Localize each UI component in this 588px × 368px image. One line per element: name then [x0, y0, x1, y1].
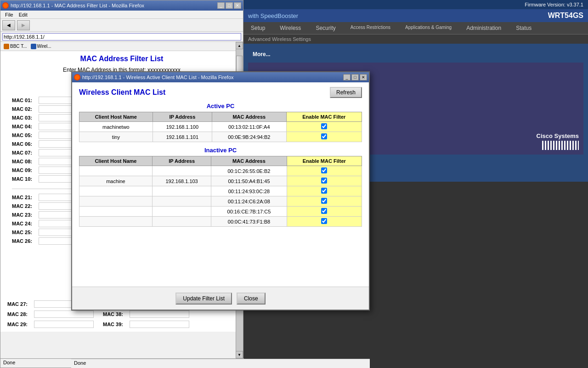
active-ip-1: 192.168.1.100 — [153, 122, 212, 132]
nav-setup[interactable]: Setup — [243, 22, 272, 34]
more-link[interactable]: More... — [253, 51, 271, 58]
router-firmware: Firmware Version: v3.37.1 — [243, 0, 588, 9]
forward-btn[interactable]: ▶ — [17, 20, 30, 30]
inactive-check-3[interactable] — [321, 188, 327, 194]
nav-apps[interactable]: Applications & Gaming — [398, 22, 459, 34]
inactive-checkbox-4[interactable] — [287, 196, 362, 207]
mac10-label: MAC 10: — [12, 176, 35, 182]
inactive-ip-4 — [152, 196, 211, 207]
inactive-section-header: Inactive PC — [79, 147, 362, 154]
inactive-checkbox-6[interactable] — [287, 217, 362, 227]
bbc-icon — [4, 44, 9, 49]
popup-window-controls[interactable]: _ □ ✕ — [343, 74, 367, 80]
popup-footer: Update Filter List Close — [72, 287, 369, 310]
active-table-body: machinetwo 192.168.1.100 00:13:02:11:0F:… — [79, 122, 362, 142]
col-mac: MAC Address — [212, 112, 286, 122]
popup-window: http://192.168.1.1 - Wireless Active Cli… — [71, 71, 370, 310]
inactive-check-6[interactable] — [321, 218, 327, 224]
inactive-col-mac: MAC Address — [211, 156, 287, 166]
cisco-name: Cisco Systems — [537, 132, 579, 139]
close-btn[interactable]: ✕ — [234, 2, 241, 9]
mac28-input[interactable] — [34, 310, 94, 318]
inactive-table-body: 00:1C:26:55:0E:B2 machine 192.168.1.103 … — [79, 166, 362, 227]
popup-done-text: Done — [74, 360, 86, 366]
popup-main-title: Wireless Client MAC List — [79, 88, 165, 97]
active-row-1: machinetwo 192.168.1.100 00:13:02:11:0F:… — [79, 122, 362, 132]
inactive-mac-4: 00:11:24:C6:2A:08 — [211, 196, 287, 207]
mac-row-28: MAC 28: — [7, 310, 94, 318]
nav-security[interactable]: Security — [308, 22, 343, 34]
nav-access[interactable]: Access Restrictions — [343, 22, 398, 34]
address-input[interactable] — [2, 33, 241, 40]
nav-wireless[interactable]: Wireless — [272, 22, 308, 34]
active-check-2[interactable] — [321, 133, 327, 139]
mac29-label: MAC 29: — [7, 322, 30, 327]
bg-window-controls[interactable]: _ □ ✕ — [217, 2, 241, 9]
mac25-label: MAC 25: — [12, 230, 35, 235]
inactive-hostname-2: machine — [79, 176, 153, 186]
inactive-row-2: machine 192.168.1.103 00:11:50:A4:B1:45 — [79, 176, 362, 186]
active-section-header: Active PC — [79, 103, 362, 109]
bookmark-bbc[interactable]: BBC T... — [2, 44, 28, 49]
inactive-check-1[interactable] — [321, 167, 327, 173]
inactive-check-5[interactable] — [321, 208, 327, 214]
menu-file[interactable]: File — [2, 12, 16, 17]
inactive-row-6: 00:0C:41:73:F1:B8 — [79, 217, 362, 227]
active-checkbox-1[interactable] — [286, 122, 362, 132]
popup-close-btn[interactable]: ✕ — [360, 74, 367, 80]
bookmarks-bar: BBC T... Wirel... — [0, 42, 243, 51]
col-ip: IP Address — [153, 112, 212, 122]
bg-menubar: File Edit — [0, 11, 243, 19]
mac09-label: MAC 09: — [12, 167, 35, 173]
inactive-mac-6: 00:0C:41:73:F1:B8 — [211, 217, 287, 227]
active-checkbox-2[interactable] — [286, 132, 362, 142]
mac05-label: MAC 05: — [12, 132, 35, 138]
scroll-down-btn[interactable]: ▼ — [236, 351, 243, 358]
maximize-btn[interactable]: □ — [226, 2, 233, 9]
col-filter: Enable MAC Filter — [286, 112, 362, 122]
bg-done-text: Done — [3, 360, 15, 365]
active-mac-2: 00:0E:9B:24:94:B2 — [212, 132, 286, 142]
nav-admin[interactable]: Administration — [459, 22, 509, 34]
refresh-button[interactable]: Refresh — [330, 87, 362, 98]
active-check-1[interactable] — [321, 123, 327, 129]
popup-content: Wireless Client MAC List Refresh Active … — [72, 82, 369, 288]
menu-edit[interactable]: Edit — [16, 12, 30, 17]
inactive-checkbox-1[interactable] — [287, 166, 362, 176]
bg-window-title: http://192.168.1.1 - MAC Address Filter … — [11, 3, 144, 8]
mac24-label: MAC 24: — [12, 221, 35, 226]
mac23-label: MAC 23: — [12, 212, 35, 218]
bookmark-wireless[interactable]: Wirel... — [29, 44, 53, 49]
mac-row-38: MAC 38: — [103, 310, 189, 318]
inactive-row-1: 00:1C:26:55:0E:B2 — [79, 166, 362, 176]
nav-status[interactable]: Status — [509, 22, 539, 34]
router-model: WRT54GS — [548, 12, 583, 20]
mac-pair-row-28-38: MAC 28: MAC 38: — [7, 310, 236, 319]
scroll-up-btn[interactable]: ▲ — [236, 42, 243, 49]
inactive-ip-2: 192.168.1.103 — [152, 176, 211, 186]
back-btn[interactable]: ◀ — [2, 20, 15, 30]
cisco-area: Cisco Systems — [537, 132, 579, 150]
inactive-hostname-6 — [79, 217, 153, 227]
mac38-input[interactable] — [130, 310, 189, 318]
inactive-checkbox-5[interactable] — [287, 207, 362, 217]
inactive-check-2[interactable] — [321, 178, 327, 184]
inactive-checkbox-3[interactable] — [287, 186, 362, 196]
popup-minimize-btn[interactable]: _ — [343, 74, 351, 80]
inactive-hostname-1 — [79, 166, 153, 176]
inactive-row-3: 00:11:24:93:0C:28 — [79, 186, 362, 196]
popup-restore-btn[interactable]: □ — [351, 74, 359, 80]
inactive-checkbox-2[interactable] — [287, 176, 362, 186]
wireless-icon — [31, 44, 36, 49]
popup-title-area: http://192.168.1.1 - Wireless Active Cli… — [74, 74, 234, 80]
mac29-input[interactable] — [34, 321, 94, 328]
popup-ff-icon — [74, 74, 80, 80]
update-filter-button[interactable]: Update Filter List — [175, 293, 232, 305]
wireless-label: Wirel... — [37, 44, 51, 49]
sub-nav-text: Advanced Wireless Settings — [248, 36, 311, 42]
mac39-input[interactable] — [130, 321, 189, 328]
minimize-btn[interactable]: _ — [217, 2, 225, 9]
inactive-check-4[interactable] — [321, 198, 327, 204]
active-pc-table: Client Host Name IP Address MAC Address … — [79, 112, 362, 142]
close-popup-button[interactable]: Close — [237, 293, 266, 305]
